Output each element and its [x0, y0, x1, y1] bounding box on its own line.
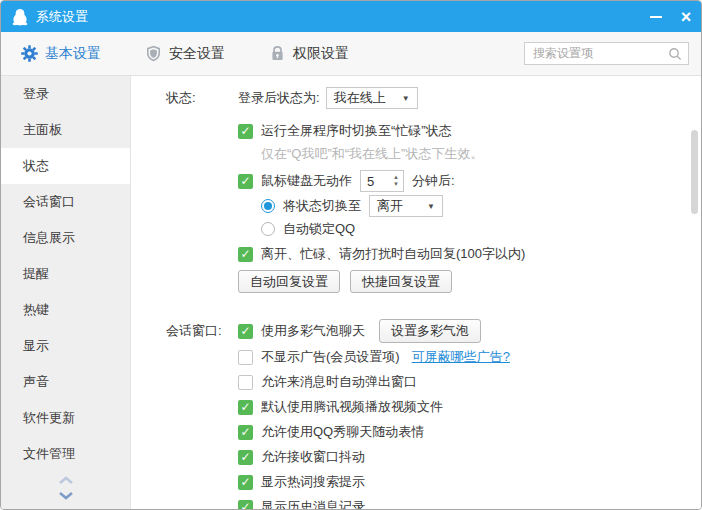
- bubble-settings-button[interactable]: 设置多彩气泡: [379, 319, 481, 343]
- auto-reply-row: 离开、忙碌、请勿打扰时自动回复(100字以内): [166, 245, 701, 263]
- idle-minutes-stepper[interactable]: 5 ▲ ▼: [360, 170, 404, 192]
- main-area: 登录 主面板 状态 会话窗口 信息展示 提醒 热键 显示 声音 软件更新 文件管…: [1, 76, 701, 509]
- which-ads-link[interactable]: 可屏蔽哪些广告?: [412, 348, 510, 366]
- search-icon[interactable]: [668, 47, 682, 61]
- fullscreen-busy-note-row: 仅在“Q我吧”和“我在线上”状态下生效。: [166, 145, 701, 162]
- minimize-icon: [650, 16, 662, 18]
- tencent-video-checkbox[interactable]: [238, 400, 253, 415]
- sidebar-item-chat-window[interactable]: 会话窗口: [1, 184, 130, 220]
- lock-icon: [269, 45, 286, 62]
- stepper-down-icon[interactable]: ▼: [393, 181, 399, 188]
- quick-reply-settings-button[interactable]: 快捷回复设置: [350, 270, 452, 293]
- sidebar-item-main-panel[interactable]: 主面板: [1, 112, 130, 148]
- idle-timeout-checkbox[interactable]: [238, 174, 253, 189]
- idle-timeout-label-before: 鼠标键盘无动作: [261, 172, 352, 190]
- shield-icon: [145, 45, 162, 62]
- close-icon: ×: [681, 8, 692, 26]
- hide-ads-row: 不显示广告(会员设置项) 可屏蔽哪些广告?: [166, 348, 701, 366]
- bubble-chat-checkbox[interactable]: [238, 324, 253, 339]
- bubble-chat-row: 会话窗口: 使用多彩气泡聊天 设置多彩气泡: [166, 319, 701, 343]
- status-section-label: 状态:: [166, 89, 238, 107]
- search-input[interactable]: 搜索设置项: [524, 42, 689, 65]
- auto-reply-checkbox[interactable]: [238, 247, 253, 262]
- switch-status-dropdown[interactable]: 离开 ▼: [369, 195, 443, 217]
- idle-timeout-label-after: 分钟后:: [412, 172, 455, 190]
- tabbar: 基本设置 安全设置 权限设置: [1, 32, 701, 76]
- chevron-down-icon[interactable]: [58, 491, 74, 500]
- content-scrollbar[interactable]: [691, 130, 698, 214]
- sidebar-item-software-update[interactable]: 软件更新: [1, 400, 130, 436]
- qq-show-row: 允许使用QQ秀聊天随动表情: [166, 423, 701, 441]
- qq-show-checkbox[interactable]: [238, 425, 253, 440]
- chevron-up-icon[interactable]: [58, 476, 74, 485]
- auto-lock-label: 自动锁定QQ: [283, 220, 355, 238]
- settings-content: 状态: 登录后状态为: 我在线上 ▼ 运行全屏程序时切换至“忙碌”状态 仅在“Q…: [131, 76, 701, 509]
- sidebar-item-display[interactable]: 显示: [1, 328, 130, 364]
- idle-minutes-value: 5: [361, 171, 389, 191]
- fullscreen-busy-note: 仅在“Q我吧”和“我在线上”状态下生效。: [238, 145, 483, 163]
- fullscreen-busy-checkbox[interactable]: [238, 124, 253, 139]
- qq-show-label: 允许使用QQ秀聊天随动表情: [261, 423, 424, 441]
- hide-ads-checkbox[interactable]: [238, 350, 253, 365]
- switch-status-radio-row: 将状态切换至 离开 ▼: [166, 197, 701, 215]
- chat-section-label: 会话窗口:: [166, 322, 238, 340]
- hot-words-label: 显示热词搜索提示: [261, 473, 365, 491]
- tab-security-settings[interactable]: 安全设置: [145, 45, 225, 63]
- sidebar-item-sound[interactable]: 声音: [1, 364, 130, 400]
- window-title: 系统设置: [36, 8, 88, 26]
- auto-lock-radio-row: 自动锁定QQ: [166, 220, 701, 238]
- tab-basic-settings[interactable]: 基本设置: [21, 45, 101, 63]
- reply-buttons-row: 自动回复设置 快捷回复设置: [166, 270, 701, 293]
- hide-ads-label: 不显示广告(会员设置项): [261, 348, 400, 366]
- auto-popup-label: 允许来消息时自动弹出窗口: [261, 373, 417, 391]
- tencent-video-label: 默认使用腾讯视频播放视频文件: [261, 398, 443, 416]
- switch-status-label: 将状态切换至: [283, 197, 361, 215]
- hot-words-checkbox[interactable]: [238, 475, 253, 490]
- gear-icon: [21, 45, 38, 62]
- auto-lock-radio[interactable]: [261, 222, 275, 236]
- dropdown-arrow-icon: ▼: [427, 202, 435, 211]
- history-messages-label: 显示历史消息记录: [261, 498, 365, 509]
- auto-reply-settings-button[interactable]: 自动回复设置: [238, 270, 340, 293]
- close-button[interactable]: ×: [671, 1, 701, 32]
- switch-status-value: 离开: [377, 197, 403, 215]
- login-status-label: 登录后状态为:: [238, 89, 320, 107]
- auto-reply-label: 离开、忙碌、请勿打扰时自动回复(100字以内): [261, 245, 525, 263]
- stepper-arrows: ▲ ▼: [389, 171, 403, 191]
- fullscreen-busy-label: 运行全屏程序时切换至“忙碌”状态: [261, 122, 452, 140]
- settings-window: 系统设置 ×: [0, 0, 702, 510]
- hot-words-row: 显示热词搜索提示: [166, 473, 701, 491]
- tab-permission-label: 权限设置: [293, 45, 349, 63]
- sidebar-item-hotkeys[interactable]: 热键: [1, 292, 130, 328]
- sidebar-item-info-display[interactable]: 信息展示: [1, 220, 130, 256]
- tencent-video-row: 默认使用腾讯视频播放视频文件: [166, 398, 701, 416]
- login-status-dropdown[interactable]: 我在线上 ▼: [326, 87, 418, 109]
- tab-basic-label: 基本设置: [45, 45, 101, 63]
- auto-popup-row: 允许来消息时自动弹出窗口: [166, 373, 701, 391]
- history-messages-checkbox[interactable]: [238, 500, 253, 510]
- window-shake-label: 允许接收窗口抖动: [261, 448, 365, 466]
- tab-permission-settings[interactable]: 权限设置: [269, 45, 349, 63]
- auto-popup-checkbox[interactable]: [238, 375, 253, 390]
- sidebar-item-reminder[interactable]: 提醒: [1, 256, 130, 292]
- fullscreen-busy-row: 运行全屏程序时切换至“忙碌”状态: [166, 121, 701, 141]
- qq-logo-icon: [11, 8, 29, 26]
- sidebar-scroll-controls: [1, 476, 130, 500]
- switch-status-radio[interactable]: [261, 199, 275, 213]
- idle-timeout-row: 鼠标键盘无动作 5 ▲ ▼ 分钟后:: [166, 170, 701, 192]
- history-messages-row: 显示历史消息记录: [166, 498, 701, 509]
- sidebar-item-status[interactable]: 状态: [1, 148, 130, 184]
- tab-security-label: 安全设置: [169, 45, 225, 63]
- window-shake-row: 允许接收窗口抖动: [166, 448, 701, 466]
- bubble-chat-label: 使用多彩气泡聊天: [261, 322, 365, 340]
- titlebar: 系统设置 ×: [1, 1, 701, 32]
- sidebar-item-login[interactable]: 登录: [1, 76, 130, 112]
- login-status-value: 我在线上: [334, 89, 386, 107]
- sidebar-item-file-management[interactable]: 文件管理: [1, 436, 130, 472]
- minimize-button[interactable]: [641, 1, 671, 32]
- dropdown-arrow-icon: ▼: [402, 94, 410, 103]
- search-placeholder: 搜索设置项: [533, 45, 668, 62]
- stepper-up-icon[interactable]: ▲: [393, 174, 399, 181]
- window-shake-checkbox[interactable]: [238, 450, 253, 465]
- login-status-row: 状态: 登录后状态为: 我在线上 ▼: [166, 87, 701, 109]
